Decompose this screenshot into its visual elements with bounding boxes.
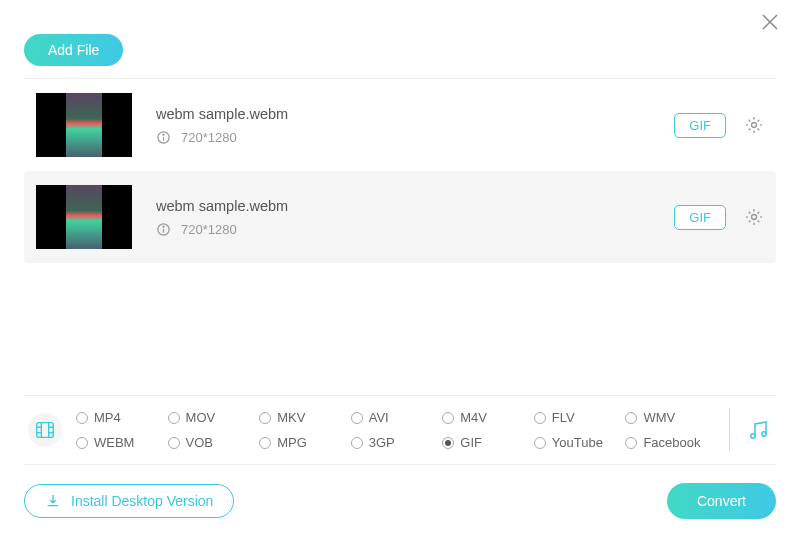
radio-icon (351, 437, 363, 449)
radio-icon (76, 412, 88, 424)
thumbnail (36, 93, 132, 157)
svg-point-17 (751, 434, 755, 438)
format-label: YouTube (552, 435, 603, 450)
format-option-facebook[interactable]: Facebook (625, 435, 713, 450)
svg-point-5 (752, 123, 757, 128)
format-option-mkv[interactable]: MKV (259, 410, 347, 425)
radio-icon (534, 412, 546, 424)
radio-icon (168, 437, 180, 449)
radio-icon (625, 437, 637, 449)
svg-point-4 (163, 134, 164, 135)
format-label: WMV (643, 410, 675, 425)
file-list: webm sample.webm720*1280GIFwebm sample.w… (24, 79, 776, 263)
format-option-mpg[interactable]: MPG (259, 435, 347, 450)
format-option-vob[interactable]: VOB (168, 435, 256, 450)
file-row[interactable]: webm sample.webm720*1280GIF (24, 171, 776, 263)
svg-point-8 (163, 226, 164, 227)
svg-point-9 (752, 215, 757, 220)
separator (729, 408, 730, 452)
format-label: MOV (186, 410, 216, 425)
format-option-flv[interactable]: FLV (534, 410, 622, 425)
info-icon[interactable] (156, 222, 171, 237)
thumbnail (36, 185, 132, 249)
format-panel: MP4MOVMKVAVIM4VFLVWMVWEBMVOBMPG3GPGIFYou… (24, 395, 776, 465)
file-name: webm sample.webm (156, 106, 674, 122)
format-option-mov[interactable]: MOV (168, 410, 256, 425)
svg-rect-10 (37, 423, 54, 438)
format-label: AVI (369, 410, 389, 425)
radio-icon (76, 437, 88, 449)
radio-icon (259, 437, 271, 449)
gear-icon[interactable] (744, 207, 764, 227)
output-format-badge[interactable]: GIF (674, 113, 726, 138)
format-label: M4V (460, 410, 487, 425)
install-desktop-button[interactable]: Install Desktop Version (24, 484, 234, 518)
file-row[interactable]: webm sample.webm720*1280GIF (24, 79, 776, 171)
format-label: MP4 (94, 410, 121, 425)
download-icon (45, 493, 61, 509)
format-option-wmv[interactable]: WMV (625, 410, 713, 425)
output-format-badge[interactable]: GIF (674, 205, 726, 230)
info-icon[interactable] (156, 130, 171, 145)
close-icon[interactable] (760, 12, 780, 36)
file-resolution: 720*1280 (181, 222, 237, 237)
audio-formats-icon[interactable] (746, 418, 770, 442)
radio-icon (442, 437, 454, 449)
format-label: WEBM (94, 435, 134, 450)
format-option-webm[interactable]: WEBM (76, 435, 164, 450)
format-label: MPG (277, 435, 307, 450)
add-file-button[interactable]: Add File (24, 34, 123, 66)
file-meta: webm sample.webm720*1280 (156, 106, 674, 145)
format-option-mp4[interactable]: MP4 (76, 410, 164, 425)
format-label: 3GP (369, 435, 395, 450)
footer: Install Desktop Version Convert (24, 483, 776, 519)
video-formats-icon[interactable] (28, 413, 62, 447)
radio-icon (259, 412, 271, 424)
format-label: GIF (460, 435, 482, 450)
install-label: Install Desktop Version (71, 493, 213, 509)
format-option-m4v[interactable]: M4V (442, 410, 530, 425)
radio-icon (625, 412, 637, 424)
file-resolution: 720*1280 (181, 130, 237, 145)
format-label: Facebook (643, 435, 700, 450)
radio-icon (351, 412, 363, 424)
svg-point-18 (762, 432, 766, 436)
format-option-gif[interactable]: GIF (442, 435, 530, 450)
format-option-youtube[interactable]: YouTube (534, 435, 622, 450)
file-meta: webm sample.webm720*1280 (156, 198, 674, 237)
format-label: VOB (186, 435, 213, 450)
convert-button[interactable]: Convert (667, 483, 776, 519)
radio-icon (534, 437, 546, 449)
gear-icon[interactable] (744, 115, 764, 135)
format-label: MKV (277, 410, 305, 425)
radio-icon (168, 412, 180, 424)
format-label: FLV (552, 410, 575, 425)
radio-icon (442, 412, 454, 424)
file-name: webm sample.webm (156, 198, 674, 214)
format-option-3gp[interactable]: 3GP (351, 435, 439, 450)
format-option-avi[interactable]: AVI (351, 410, 439, 425)
